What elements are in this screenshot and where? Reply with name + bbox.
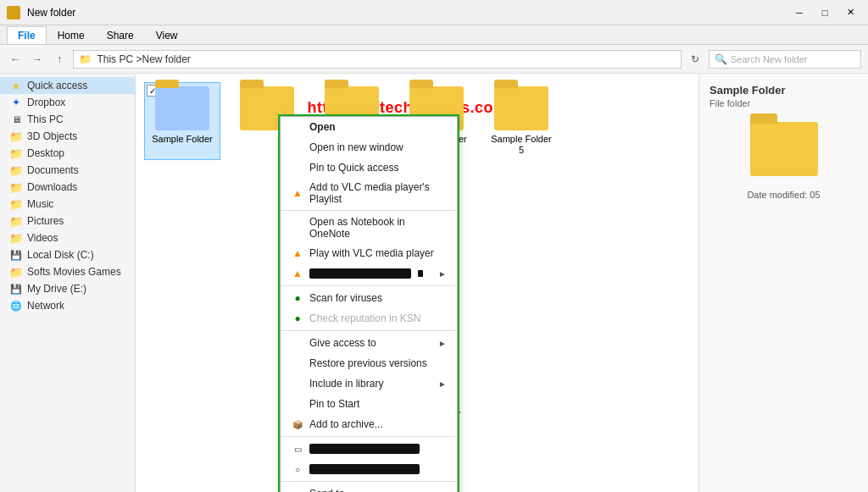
dropbox-icon: ✦ [10,97,22,108]
back-button[interactable]: ← [7,51,24,68]
address-bar: ← → ↑ 📁 This PC > New folder ↻ 🔍 Search … [0,45,868,74]
folder-icon-desktop: 📁 [10,147,22,159]
folder-label-5: Sample Folder 5 [487,134,555,156]
ctx-library-label: Include in library [309,378,383,390]
folder-icon-dl: 📁 [10,181,22,193]
pin-start-icon [291,397,304,411]
ctx-open-new-window[interactable]: Open in new window [281,137,457,158]
ctx-access-arrow: ► [438,339,447,348]
up-button[interactable]: ↑ [51,51,68,68]
folder-thumb-5 [494,86,548,130]
open-icon [291,120,304,134]
forward-button[interactable]: → [29,51,46,68]
ctx-send-to[interactable]: Send to ► [281,484,457,492]
separator-2 [281,285,457,286]
sidebar-label-videos: Videos [27,232,58,244]
ctx-onenote-label: Open as Notebook in OneNote [309,216,447,240]
ctx-onenote[interactable]: Open as Notebook in OneNote [281,213,457,243]
tab-share[interactable]: Share [96,26,145,44]
ctx-give-access[interactable]: Give access to ► [281,333,457,353]
ctx-redacted-circle[interactable]: ○ [281,459,457,479]
sidebar-item-softs[interactable]: 📁 Softs Movies Games [0,263,135,280]
ctx-add-archive[interactable]: 📦 Add to archive... [281,414,457,434]
circle-icon: ○ [291,462,304,476]
close-button[interactable]: ✕ [839,4,861,21]
sidebar-item-music[interactable]: 📁 Music [0,196,135,213]
ctx-scan-label: Scan for viruses [309,292,382,304]
ctx-redacted-submenu[interactable]: ▲ ► [281,263,457,284]
minimize-button[interactable]: ─ [788,4,810,21]
ctx-vlc-play-label: Play with VLC media player [309,247,434,259]
maximize-button[interactable]: □ [814,4,836,21]
folder-icon-softs: 📁 [10,266,22,278]
sidebar-item-network[interactable]: 🌐 Network [0,297,135,314]
ribbon: File Home Share View [0,25,868,45]
folder-item-5[interactable]: Sample Folder 5 [483,82,559,160]
folder-thumb-sample [155,86,209,130]
separator-1 [281,210,457,211]
ctx-pin-start[interactable]: Pin to Start [281,394,457,414]
sidebar-item-desktop[interactable]: 📁 Desktop [0,145,135,162]
folder-icon-vids: 📁 [10,232,22,244]
sidebar-label-quick-access: Quick access [27,80,87,91]
address-path[interactable]: 📁 This PC > New folder [73,50,682,69]
separator-5 [281,481,457,482]
search-box[interactable]: 🔍 Search New folder [709,50,861,69]
ctx-open[interactable]: Open [281,117,457,137]
ctx-pin-label: Pin to Quick access [309,162,398,174]
tab-view[interactable]: View [145,26,189,44]
folder-icon-music: 📁 [10,198,22,210]
new-window-icon [291,141,304,154]
main-area: ★ Quick access ✦ Dropbox 🖥 This PC 📁 3D … [0,74,868,492]
sidebar-item-local-disk[interactable]: 💾 Local Disk (C:) [0,246,135,263]
library-icon [291,377,304,390]
tab-file[interactable]: File [7,26,47,44]
ctx-restore-versions[interactable]: Restore previous versions [281,353,457,373]
title-bar-text: New folder [27,7,75,19]
ctx-library-arrow: ► [438,379,447,389]
sidebar-item-my-drive[interactable]: 💾 My Drive (E:) [0,280,135,297]
separator-3 [281,330,457,331]
ctx-send-label: Send to [309,488,344,492]
pin-icon [291,161,304,174]
ctx-pin-quick-access[interactable]: Pin to Quick access [281,158,457,178]
content-area: https://alltechqueries.com/ ✓ Sample Fol… [136,74,698,492]
box-icon: ▭ [291,442,304,456]
ctx-include-library[interactable]: Include in library ► [281,373,457,394]
sidebar-label-my-drive: My Drive (E:) [27,283,86,295]
ctx-scan-viruses[interactable]: ● Scan for viruses [281,288,457,308]
sidebar-label-local-disk: Local Disk (C:) [27,249,94,261]
refresh-button[interactable]: ↻ [687,51,704,68]
star-icon: ★ [10,80,22,91]
sidebar-item-dropbox[interactable]: ✦ Dropbox [0,94,135,111]
tab-home[interactable]: Home [47,26,96,44]
app-icon [7,6,20,19]
ctx-redacted-circle-label [309,464,420,474]
search-placeholder: Search New folder [731,54,808,64]
sidebar-item-pictures[interactable]: 📁 Pictures [0,213,135,229]
ctx-vlc-play[interactable]: ▲ Play with VLC media player [281,243,457,263]
right-panel-title: Sample Folder [709,84,858,97]
ctx-redacted-box-label [309,444,420,454]
access-icon [291,336,304,350]
right-panel-date: Date modified: 05 [709,190,858,200]
sidebar-item-this-pc[interactable]: 🖥 This PC [0,111,135,128]
pc-icon: 🖥 [10,113,22,125]
ctx-ksn-label: Check reputation in KSN [309,312,420,324]
ctx-add-vlc-playlist[interactable]: ▲ Add to VLC media player's Playlist [281,178,457,208]
sidebar-label-3d: 3D Objects [27,130,77,142]
ctx-check-ksn[interactable]: ● Check reputation in KSN [281,308,457,329]
ctx-redacted-label [309,268,411,279]
ctx-redacted-box[interactable]: ▭ [281,439,457,459]
sidebar-item-documents[interactable]: 📁 Documents [0,162,135,179]
ribbon-tabs: File Home Share View [0,25,868,44]
drive-icon-e: 💾 [10,283,22,295]
folder-item-sample[interactable]: ✓ Sample Folder [144,82,220,160]
sidebar-item-videos[interactable]: 📁 Videos [0,229,135,246]
title-bar: New folder ─ □ ✕ [0,0,868,25]
search-icon: 🔍 [715,53,727,65]
sidebar-item-3d-objects[interactable]: 📁 3D Objects [0,128,135,145]
kaspersky-icon: ● [291,291,304,305]
sidebar-item-quick-access[interactable]: ★ Quick access [0,77,135,94]
sidebar-item-downloads[interactable]: 📁 Downloads [0,179,135,196]
